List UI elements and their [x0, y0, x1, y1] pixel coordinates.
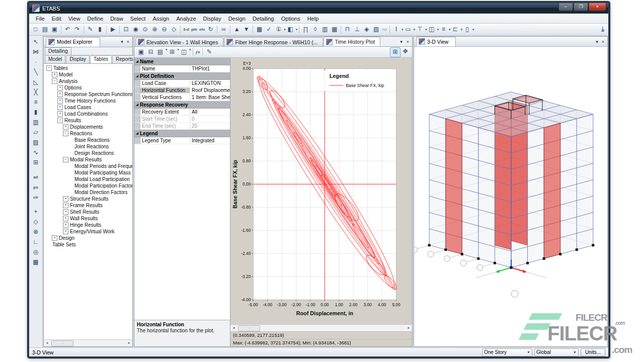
property-value[interactable]: All [190, 109, 230, 115]
show-table-icon[interactable]: ⊞ [168, 48, 177, 57]
tree-item[interactable]: −Reactions [45, 130, 132, 137]
tree-item[interactable]: +Model [45, 71, 132, 78]
property-category[interactable]: ◢Legend [134, 130, 230, 137]
plot-scroll-thumb[interactable]: ⋯ [238, 325, 260, 331]
frame-section-icon[interactable]: Ⅰ [391, 25, 401, 34]
collapse-icon[interactable]: − [52, 78, 57, 84]
expand-icon[interactable]: + [52, 235, 57, 241]
draw-link-icon[interactable]: ∿ [31, 148, 41, 157]
undo-icon[interactable]: ↶ [63, 25, 72, 34]
tree-item[interactable]: Modal Periods and Frequencies [45, 163, 132, 169]
category-collapse-icon[interactable]: ◢ [134, 131, 140, 135]
perspective-toggle-icon[interactable]: ∞ [219, 25, 228, 34]
properties-panel-toggle-icon[interactable]: ⊞ [390, 47, 400, 57]
draw-wall-icon[interactable]: ▥ [320, 25, 330, 34]
property-row[interactable]: End Time (sec)20 [134, 123, 230, 130]
model-explorer-tab[interactable]: Model Explorer [46, 37, 100, 47]
quick-draw-floor-icon[interactable]: ▨ [31, 138, 41, 147]
category-collapse-icon[interactable]: ◢ [134, 103, 140, 107]
pan-icon[interactable]: ◇ [169, 25, 179, 34]
pan-plot-icon[interactable]: ✥ [400, 47, 410, 56]
chart-options-icon[interactable]: ◫ [179, 48, 189, 57]
category-collapse-icon[interactable]: ◢ [134, 74, 140, 78]
snap-to-perpendicular-icon[interactable]: ∟ [31, 237, 41, 247]
scroll-left-icon[interactable]: ◄ [44, 340, 50, 346]
open-file-icon[interactable]: ▤ [40, 25, 50, 34]
tree-item[interactable]: Modal Load Participation [45, 176, 132, 183]
tab-3d-view[interactable]: 3-D View [416, 37, 456, 46]
tree-item[interactable]: +Hinge Results [45, 222, 132, 228]
draw-floor-icon[interactable]: ▱ [31, 128, 41, 137]
tree-horizontal-scrollbar[interactable]: ◄ ⋯ ► [44, 339, 132, 346]
maximize-button[interactable]: ❒ [574, 3, 588, 11]
object-view-option-icon[interactable]: ◧ [286, 25, 295, 34]
expand-icon[interactable]: + [63, 229, 68, 234]
expand-icon[interactable]: + [57, 92, 63, 97]
tree-item[interactable]: Modal Participation Factors [45, 183, 132, 189]
move-down-in-list-icon[interactable]: ▼ [242, 25, 251, 34]
zoom-out-icon[interactable]: ⊖ [159, 25, 169, 34]
collapse-icon[interactable]: − [63, 131, 68, 136]
draw-ramp-icon[interactable]: ▦ [330, 25, 339, 34]
property-category[interactable]: ◢Name [134, 58, 230, 65]
tab-display[interactable]: Display [66, 55, 90, 63]
opening-section-icon[interactable]: ▯ [462, 25, 472, 34]
tree-item[interactable]: +Load Cases [45, 104, 132, 111]
tree-item[interactable]: +Options [45, 84, 132, 91]
expand-icon[interactable]: + [63, 209, 68, 215]
menu-view[interactable]: View [65, 15, 84, 23]
expand-icon[interactable]: + [57, 98, 63, 104]
expand-icon[interactable]: + [63, 124, 68, 130]
explorer-dropdown-icon[interactable]: ▾ [121, 39, 123, 44]
expand-icon[interactable]: + [57, 105, 63, 110]
property-row[interactable]: NameTHPlot1 [134, 65, 230, 72]
plot-horizontal-scrollbar[interactable]: ◄ ⋯ ► [230, 324, 412, 331]
tree-item[interactable]: +Design [45, 235, 132, 241]
tab-fiber-hinge-response-w6h10-[interactable]: Fiber Hinge Response - W6H10 (... [224, 37, 323, 46]
plan-view-icon[interactable]: pln [190, 25, 198, 34]
tree-item[interactable]: +Time History Functions [45, 98, 132, 104]
plot-scroll-right-icon[interactable]: ► [406, 325, 412, 331]
dropdown-caret-icon[interactable]: ▾ [189, 48, 191, 57]
quick-draw-wall-icon[interactable]: ▥ [31, 118, 41, 127]
menu-design[interactable]: Design [225, 15, 249, 23]
collapse-icon[interactable]: − [46, 65, 52, 71]
run-analysis-icon[interactable]: ▶ [108, 25, 118, 34]
property-row[interactable]: Start Time (sec)0 [134, 116, 230, 123]
property-value[interactable]: 1 Item: Base Shear FX [190, 95, 230, 100]
tree-item[interactable]: +Frame Results [45, 202, 132, 209]
restore-full-view-icon[interactable]: ◉ [131, 25, 140, 34]
units-button[interactable]: Units... [581, 348, 605, 356]
menu-assign[interactable]: Assign [149, 15, 173, 23]
snap-to-intersections-icon[interactable]: ⊗ [31, 227, 41, 237]
menu-help[interactable]: Help [304, 15, 323, 23]
snap-to-nearest-icon[interactable]: ◎ [31, 247, 41, 257]
property-value[interactable]: 0 [190, 116, 230, 122]
reshape-object-icon[interactable]: ⋈ [31, 47, 41, 57]
tree-item[interactable]: +Shell Results [45, 209, 132, 215]
collapse-icon[interactable]: − [63, 157, 68, 162]
tee-section-icon[interactable]: ⊤ [415, 25, 425, 34]
property-row[interactable]: Load CaseLEXINGTON [134, 80, 230, 87]
function-fx-icon[interactable]: ƒx [195, 48, 201, 57]
draw-wall-stack-icon[interactable]: ▮ [31, 108, 41, 117]
property-row[interactable]: Recovery ExtentAll [134, 109, 230, 116]
3d-view-dropdown-icon[interactable]: ▾ [596, 39, 598, 44]
tree-item[interactable]: −Analysis [45, 78, 132, 84]
tree-item[interactable]: −Tables [45, 65, 132, 71]
tree-item[interactable]: −Modal Results [45, 156, 132, 163]
3d-view-icon[interactable]: 3-d [182, 25, 190, 34]
previous-zoom-icon[interactable]: ⊙ [140, 25, 150, 34]
tree-item[interactable]: +Energy/Virtual Work [45, 228, 132, 235]
tree-item[interactable]: +Load Combinations [45, 111, 132, 117]
print-plot-icon[interactable]: ⊟ [146, 48, 155, 57]
draw-developed-elevation-icon[interactable]: ◈ [362, 25, 371, 34]
property-value[interactable]: THPlot1 [190, 66, 230, 71]
elevation-view-icon[interactable]: elv [198, 25, 206, 34]
tree-item[interactable]: −Results [45, 117, 132, 124]
tabs-dropdown-icon[interactable]: ▾ [400, 39, 403, 44]
property-value[interactable]: Roof Displacement [190, 87, 230, 93]
previous-selection-button[interactable]: ps [30, 183, 42, 192]
draw-frame-line-icon[interactable]: ╲ [31, 67, 41, 77]
menu-display[interactable]: Display [200, 15, 225, 23]
